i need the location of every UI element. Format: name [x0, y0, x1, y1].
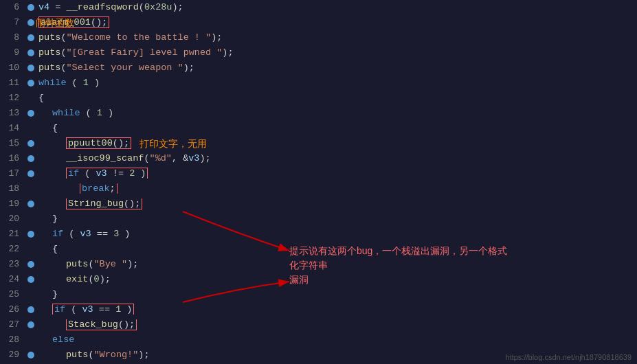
code-line-27: Stack_bug();	[27, 317, 637, 332]
breakpoint-dot	[27, 261, 34, 268]
breakpoint-dot	[27, 306, 34, 313]
code-line-26: if ( v3 == 1 )	[27, 302, 637, 317]
breakpoint-dot	[27, 140, 34, 147]
code-text: puts("Wrong!");	[38, 348, 150, 363]
code-line-16: __isoc99_scanf("%d", &v3);	[27, 151, 637, 166]
code-text: String_bug();	[38, 196, 142, 212]
code-line-9: puts("[Great Fairy] level pwned ");	[27, 45, 637, 60]
code-line-18: break;	[27, 181, 637, 196]
code-line-28: else	[27, 332, 637, 348]
code-text: {	[38, 242, 58, 257]
code-text: puts("Welcome to the battle ! ");	[38, 30, 222, 45]
breakpoint-dot	[27, 201, 34, 207]
code-text: if ( v3 != 2 )	[38, 166, 148, 181]
line-numbers: 6 7 8 9 10 11 12 13 14 15 16 17 18 19 20…	[0, 0, 25, 364]
code-text: if ( v3 == 3 )	[38, 227, 130, 242]
no-dot	[27, 246, 34, 253]
code-text: {	[38, 121, 58, 136]
breakpoint-dot	[27, 321, 34, 328]
code-line-12: {	[27, 91, 637, 106]
code-text: Stack_bug();	[38, 317, 137, 332]
breakpoint-dot	[27, 80, 34, 87]
breakpoint-dot	[27, 276, 34, 283]
code-line-14: {	[27, 121, 637, 136]
code-line-25: }	[27, 287, 637, 302]
code-text: while ( 1 )	[38, 76, 100, 91]
code-text: ppuutt00();	[38, 136, 131, 151]
no-dot	[27, 216, 34, 223]
code-line-7: alarm_001(); 闹钟函数	[27, 15, 637, 30]
code-text: }	[38, 212, 58, 227]
code-text: puts("[Great Fairy] level pwned ");	[38, 45, 234, 60]
code-text: else	[38, 332, 74, 348]
breakpoint-dot	[27, 352, 34, 359]
breakpoint-dot	[27, 65, 34, 71]
code-line-19: String_bug();	[27, 196, 637, 212]
alarm-annotation: 闹钟函数	[36, 15, 74, 30]
code-line-13: while ( 1 )	[27, 106, 637, 121]
bug-annotation-line2: 漏洞	[289, 273, 509, 287]
code-line-21: if ( v3 == 3 )	[27, 227, 637, 242]
breakpoint-dot	[27, 19, 34, 26]
no-dot	[27, 95, 34, 102]
code-text: puts("Bye ");	[38, 257, 138, 272]
code-line-10: puts("Select your weapon ");	[27, 60, 637, 76]
breakpoint-dot	[27, 110, 34, 117]
watermark: https://blog.csdn.net/njh18790818639	[506, 353, 632, 361]
code-text: }	[38, 287, 58, 302]
code-line-6: v4 = __readfsqword(0x28u);	[27, 0, 637, 15]
code-text: {	[38, 91, 44, 106]
bug-annotation-line1: 提示说有这两个bug，一个栈溢出漏洞，另一个格式化字符串	[289, 244, 509, 273]
code-line-17: if ( v3 != 2 )	[27, 166, 637, 181]
code-line-11: while ( 1 )	[27, 76, 637, 91]
code-text: v4 = __readfsqword(0x28u);	[38, 0, 183, 15]
breakpoint-dot	[27, 231, 34, 238]
code-text: puts("Select your weapon ");	[38, 60, 194, 76]
no-dot	[27, 337, 34, 343]
ppuutt-annotation: 打印文字，无用	[139, 136, 207, 151]
code-area: v4 = __readfsqword(0x28u); alarm_001(); …	[25, 0, 637, 364]
code-line-20: }	[27, 212, 637, 227]
breakpoint-dot	[27, 155, 34, 162]
code-text: if ( v3 == 1 )	[38, 302, 134, 317]
code-text: while ( 1 )	[38, 106, 113, 121]
bug-annotation-text: 提示说有这两个bug，一个栈溢出漏洞，另一个格式化字符串 漏洞	[289, 244, 509, 287]
code-line-8: puts("Welcome to the battle ! ");	[27, 30, 637, 45]
breakpoint-dot	[27, 34, 34, 41]
no-dot	[27, 125, 34, 132]
code-text: break;	[38, 181, 118, 196]
code-text: exit(0);	[38, 272, 111, 287]
code-text: __isoc99_scanf("%d", &v3);	[38, 151, 211, 166]
code-line-15: ppuutt00(); 打印文字，无用	[27, 136, 637, 151]
breakpoint-dot	[27, 4, 34, 11]
no-dot	[27, 291, 34, 298]
no-dot	[27, 185, 34, 192]
breakpoint-dot	[27, 170, 34, 177]
breakpoint-dot	[27, 49, 34, 56]
